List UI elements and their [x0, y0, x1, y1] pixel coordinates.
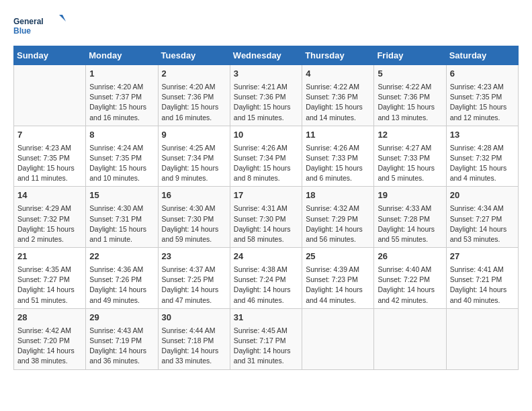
calendar-day-cell: 23Sunrise: 4:37 AMSunset: 7:25 PMDayligh…: [158, 248, 230, 309]
svg-marker-2: [59, 15, 66, 21]
calendar-day-cell: 9Sunrise: 4:25 AMSunset: 7:34 PMDaylight…: [158, 126, 230, 187]
day-number: 29: [89, 312, 154, 324]
calendar-day-cell: [14, 65, 86, 126]
calendar-day-cell: 17Sunrise: 4:31 AMSunset: 7:30 PMDayligh…: [230, 187, 302, 248]
weekday-header-saturday: Saturday: [446, 46, 518, 65]
day-number: 5: [378, 68, 442, 81]
calendar-day-cell: 22Sunrise: 4:36 AMSunset: 7:26 PMDayligh…: [86, 248, 158, 309]
day-info: Sunrise: 4:44 AMSunset: 7:18 PMDaylight:…: [162, 326, 226, 367]
day-number: 18: [306, 189, 370, 202]
calendar-day-cell: 4Sunrise: 4:22 AMSunset: 7:36 PMDaylight…: [302, 65, 374, 126]
day-number: 2: [162, 68, 226, 81]
calendar-day-cell: 12Sunrise: 4:27 AMSunset: 7:33 PMDayligh…: [374, 126, 446, 187]
calendar-day-cell: 31Sunrise: 4:45 AMSunset: 7:17 PMDayligh…: [230, 308, 302, 369]
day-info: Sunrise: 4:39 AMSunset: 7:23 PMDaylight:…: [306, 265, 370, 306]
day-number: 4: [306, 68, 370, 81]
day-info: Sunrise: 4:26 AMSunset: 7:34 PMDaylight:…: [234, 143, 298, 184]
calendar-week-row: 7Sunrise: 4:23 AMSunset: 7:35 PMDaylight…: [14, 126, 519, 187]
day-info: Sunrise: 4:42 AMSunset: 7:20 PMDaylight:…: [17, 326, 82, 367]
calendar-day-cell: 19Sunrise: 4:33 AMSunset: 7:28 PMDayligh…: [374, 187, 446, 248]
day-info: Sunrise: 4:38 AMSunset: 7:24 PMDaylight:…: [234, 265, 298, 306]
weekday-header-wednesday: Wednesday: [230, 46, 302, 65]
day-info: Sunrise: 4:21 AMSunset: 7:36 PMDaylight:…: [234, 82, 298, 123]
day-number: 13: [450, 129, 515, 142]
day-info: Sunrise: 4:43 AMSunset: 7:19 PMDaylight:…: [89, 326, 154, 367]
weekday-header-friday: Friday: [374, 46, 446, 65]
day-info: Sunrise: 4:35 AMSunset: 7:27 PMDaylight:…: [17, 265, 82, 306]
day-info: Sunrise: 4:26 AMSunset: 7:33 PMDaylight:…: [306, 143, 370, 184]
calendar-day-cell: 28Sunrise: 4:42 AMSunset: 7:20 PMDayligh…: [14, 308, 86, 369]
day-info: Sunrise: 4:23 AMSunset: 7:35 PMDaylight:…: [450, 82, 515, 123]
day-number: 20: [450, 189, 515, 202]
calendar-day-cell: 26Sunrise: 4:40 AMSunset: 7:22 PMDayligh…: [374, 248, 446, 309]
svg-text:Blue: Blue: [13, 26, 31, 35]
calendar-day-cell: 24Sunrise: 4:38 AMSunset: 7:24 PMDayligh…: [230, 248, 302, 309]
day-info: Sunrise: 4:32 AMSunset: 7:29 PMDaylight:…: [306, 203, 370, 244]
day-info: Sunrise: 4:30 AMSunset: 7:30 PMDaylight:…: [162, 203, 226, 244]
day-number: 8: [89, 129, 154, 142]
calendar-week-row: 1Sunrise: 4:20 AMSunset: 7:37 PMDaylight…: [14, 65, 519, 126]
calendar-day-cell: 5Sunrise: 4:22 AMSunset: 7:36 PMDaylight…: [374, 65, 446, 126]
day-number: 16: [162, 189, 226, 202]
day-number: 9: [162, 129, 226, 142]
day-info: Sunrise: 4:20 AMSunset: 7:36 PMDaylight:…: [162, 82, 226, 123]
day-info: Sunrise: 4:40 AMSunset: 7:22 PMDaylight:…: [378, 265, 442, 306]
svg-text:General: General: [13, 17, 44, 26]
day-info: Sunrise: 4:36 AMSunset: 7:26 PMDaylight:…: [89, 265, 154, 306]
calendar-day-cell: 15Sunrise: 4:30 AMSunset: 7:31 PMDayligh…: [86, 187, 158, 248]
calendar-day-cell: 16Sunrise: 4:30 AMSunset: 7:30 PMDayligh…: [158, 187, 230, 248]
weekday-header-monday: Monday: [86, 46, 158, 65]
day-number: 22: [89, 250, 154, 263]
day-number: 24: [234, 250, 298, 263]
day-info: Sunrise: 4:27 AMSunset: 7:33 PMDaylight:…: [378, 143, 442, 184]
calendar-day-cell: 14Sunrise: 4:29 AMSunset: 7:32 PMDayligh…: [14, 187, 86, 248]
calendar-day-cell: 18Sunrise: 4:32 AMSunset: 7:29 PMDayligh…: [302, 187, 374, 248]
weekday-header-tuesday: Tuesday: [158, 46, 230, 65]
calendar-day-cell: 27Sunrise: 4:41 AMSunset: 7:21 PMDayligh…: [446, 248, 518, 309]
day-number: 21: [17, 250, 82, 263]
day-number: 15: [89, 189, 154, 202]
calendar-day-cell: 8Sunrise: 4:24 AMSunset: 7:35 PMDaylight…: [86, 126, 158, 187]
day-info: Sunrise: 4:31 AMSunset: 7:30 PMDaylight:…: [234, 203, 298, 244]
calendar-day-cell: 11Sunrise: 4:26 AMSunset: 7:33 PMDayligh…: [302, 126, 374, 187]
calendar-day-cell: 20Sunrise: 4:34 AMSunset: 7:27 PMDayligh…: [446, 187, 518, 248]
day-info: Sunrise: 4:41 AMSunset: 7:21 PMDaylight:…: [450, 265, 515, 306]
logo-icon: General Blue: [13, 13, 67, 35]
day-info: Sunrise: 4:29 AMSunset: 7:32 PMDaylight:…: [17, 203, 82, 244]
page-header: General Blue: [13, 13, 519, 35]
day-info: Sunrise: 4:20 AMSunset: 7:37 PMDaylight:…: [89, 82, 154, 123]
weekday-header-thursday: Thursday: [302, 46, 374, 65]
day-info: Sunrise: 4:24 AMSunset: 7:35 PMDaylight:…: [89, 143, 154, 184]
day-info: Sunrise: 4:28 AMSunset: 7:32 PMDaylight:…: [450, 143, 515, 184]
day-number: 27: [450, 250, 515, 263]
day-number: 7: [17, 129, 82, 142]
calendar-day-cell: 2Sunrise: 4:20 AMSunset: 7:36 PMDaylight…: [158, 65, 230, 126]
weekday-header-row: SundayMondayTuesdayWednesdayThursdayFrid…: [14, 46, 519, 65]
day-info: Sunrise: 4:34 AMSunset: 7:27 PMDaylight:…: [450, 203, 515, 244]
day-info: Sunrise: 4:23 AMSunset: 7:35 PMDaylight:…: [17, 143, 82, 184]
day-number: 19: [378, 189, 442, 202]
calendar-week-row: 28Sunrise: 4:42 AMSunset: 7:20 PMDayligh…: [14, 308, 519, 369]
day-info: Sunrise: 4:45 AMSunset: 7:17 PMDaylight:…: [234, 326, 298, 367]
calendar-week-row: 14Sunrise: 4:29 AMSunset: 7:32 PMDayligh…: [14, 187, 519, 248]
day-info: Sunrise: 4:33 AMSunset: 7:28 PMDaylight:…: [378, 203, 442, 244]
calendar-week-row: 21Sunrise: 4:35 AMSunset: 7:27 PMDayligh…: [14, 248, 519, 309]
calendar-day-cell: 29Sunrise: 4:43 AMSunset: 7:19 PMDayligh…: [86, 308, 158, 369]
day-info: Sunrise: 4:25 AMSunset: 7:34 PMDaylight:…: [162, 143, 226, 184]
calendar-day-cell: 25Sunrise: 4:39 AMSunset: 7:23 PMDayligh…: [302, 248, 374, 309]
day-info: Sunrise: 4:22 AMSunset: 7:36 PMDaylight:…: [378, 82, 442, 123]
day-number: 6: [450, 68, 515, 81]
day-info: Sunrise: 4:37 AMSunset: 7:25 PMDaylight:…: [162, 265, 226, 306]
day-info: Sunrise: 4:22 AMSunset: 7:36 PMDaylight:…: [306, 82, 370, 123]
calendar-day-cell: 30Sunrise: 4:44 AMSunset: 7:18 PMDayligh…: [158, 308, 230, 369]
calendar-day-cell: 10Sunrise: 4:26 AMSunset: 7:34 PMDayligh…: [230, 126, 302, 187]
logo: General Blue: [13, 13, 67, 35]
calendar-day-cell: 6Sunrise: 4:23 AMSunset: 7:35 PMDaylight…: [446, 65, 518, 126]
day-number: 1: [89, 68, 154, 81]
calendar-day-cell: 13Sunrise: 4:28 AMSunset: 7:32 PMDayligh…: [446, 126, 518, 187]
calendar-header: SundayMondayTuesdayWednesdayThursdayFrid…: [14, 46, 519, 65]
day-number: 11: [306, 129, 370, 142]
day-number: 14: [17, 189, 82, 202]
day-number: 31: [234, 312, 298, 324]
day-number: 23: [162, 250, 226, 263]
